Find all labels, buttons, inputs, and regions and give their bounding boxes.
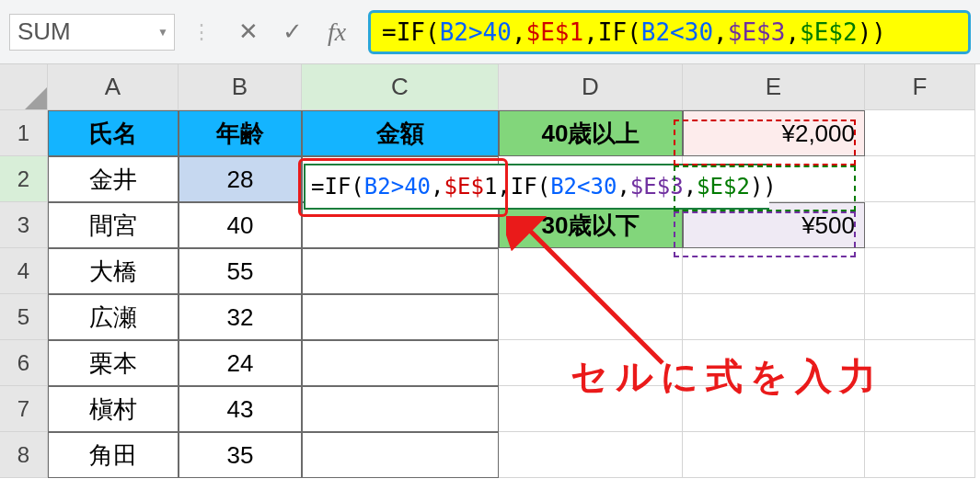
cell-B7[interactable]: 43	[179, 386, 302, 432]
row-header-4[interactable]: 4	[0, 248, 48, 294]
name-box-value: SUM	[17, 17, 71, 46]
cell-B8[interactable]: 35	[179, 432, 302, 478]
cell-D1[interactable]: 40歳以上	[499, 110, 683, 156]
annotation-text: セルに式を入力	[571, 351, 883, 402]
cell-C6[interactable]	[302, 340, 499, 386]
cell-F1[interactable]	[865, 110, 975, 156]
formula-input[interactable]: =IF(B2>40,$E$1,IF(B2<30,$E$3,$E$2))	[368, 10, 971, 54]
cell-B6[interactable]: 24	[179, 340, 302, 386]
col-header-C[interactable]: C	[302, 64, 499, 110]
cell-B4[interactable]: 55	[179, 248, 302, 294]
cell-C5[interactable]	[302, 294, 499, 340]
cell-F8[interactable]	[865, 432, 975, 478]
select-all-corner[interactable]	[0, 64, 48, 110]
cell-A6[interactable]: 栗本	[48, 340, 179, 386]
col-header-D[interactable]: D	[499, 64, 683, 110]
col-header-E[interactable]: E	[683, 64, 865, 110]
ref-marker-E2	[674, 165, 856, 211]
cell-A3[interactable]: 間宮	[48, 202, 179, 248]
cell-A1[interactable]: 氏名	[48, 110, 179, 156]
col-header-A[interactable]: A	[48, 64, 179, 110]
col-header-F[interactable]: F	[865, 64, 975, 110]
cell-E8[interactable]	[683, 432, 865, 478]
row-header-7[interactable]: 7	[0, 386, 48, 432]
ref-marker-E1	[674, 120, 856, 165]
chevron-down-icon[interactable]: ▼	[157, 26, 168, 39]
cell-A2[interactable]: 金井	[48, 156, 179, 202]
cell-A5[interactable]: 広瀬	[48, 294, 179, 340]
row-header-2[interactable]: 2	[0, 156, 48, 202]
cell-A8[interactable]: 角田	[48, 432, 179, 478]
row-header-6[interactable]: 6	[0, 340, 48, 386]
cell-C4[interactable]	[302, 248, 499, 294]
cell-D5[interactable]	[499, 294, 683, 340]
cell-A4[interactable]: 大橋	[48, 248, 179, 294]
vertical-dots-icon: ⋮	[175, 20, 226, 44]
cell-C8[interactable]	[302, 432, 499, 478]
row-header-3[interactable]: 3	[0, 202, 48, 248]
cell-B3[interactable]: 40	[179, 202, 302, 248]
ref-marker-E3	[674, 211, 856, 257]
row-header-5[interactable]: 5	[0, 294, 48, 340]
fx-icon[interactable]: fx	[315, 13, 359, 51]
cell-B1[interactable]: 年齢	[179, 110, 302, 156]
col-header-B[interactable]: B	[179, 64, 302, 110]
cell-F4[interactable]	[865, 248, 975, 294]
cancel-formula-button[interactable]: ✕	[226, 13, 271, 51]
cell-F2[interactable]	[865, 156, 975, 202]
cell-E5[interactable]	[683, 294, 865, 340]
cell-B5[interactable]: 32	[179, 294, 302, 340]
accept-formula-button[interactable]: ✓	[271, 13, 315, 51]
cell-C7[interactable]	[302, 386, 499, 432]
cell-B2[interactable]: 28	[179, 156, 302, 202]
cell-D8[interactable]	[499, 432, 683, 478]
cell-A7[interactable]: 槇村	[48, 386, 179, 432]
cell-C1[interactable]: 金額	[302, 110, 499, 156]
cell-F3[interactable]	[865, 202, 975, 248]
highlight-rectangle	[298, 158, 508, 217]
formula-bar-row: SUM ▼ ⋮ ✕ ✓ fx =IF(B2>40,$E$1,IF(B2<30,$…	[0, 0, 980, 64]
name-box[interactable]: SUM ▼	[9, 14, 175, 51]
cell-F5[interactable]	[865, 294, 975, 340]
cell-D4[interactable]	[499, 248, 683, 294]
row-header-1[interactable]: 1	[0, 110, 48, 156]
row-header-8[interactable]: 8	[0, 432, 48, 478]
